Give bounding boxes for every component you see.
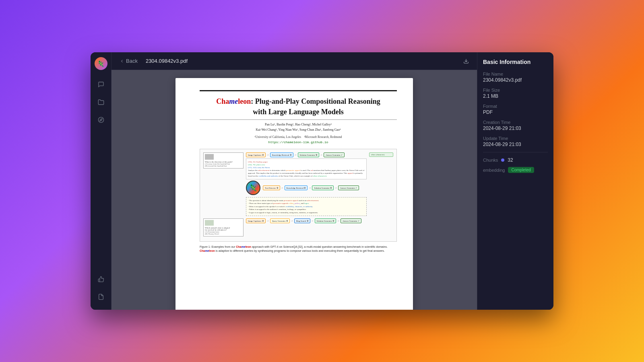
figure-row-1: What is the direction of this push?(A) a…: [203, 152, 393, 217]
pipeline-box-ans-gen-1: Answer Generator ✓: [324, 152, 345, 157]
pipeline-row-1: Image Captioner ⚙ → Knowledge Retrieval …: [246, 152, 367, 157]
info-row-filename: File Name 2304.09842v3.pdf: [483, 72, 548, 83]
pipeline-box-know-ret-2: Knowledge Retrieval ⚙: [285, 185, 308, 190]
info-row-filesize: File Size 2.1 MB: [483, 88, 548, 99]
pdf-affiliations: ¹University of California, Los Angeles ²…: [200, 135, 397, 139]
pdf-page: 2304.09842v3 [cs.CL] 31 Oct 2023 Chamele…: [175, 78, 413, 310]
title-rest: : Plug-and-Play Compositional Reasoning: [251, 97, 380, 105]
format-label: Format: [483, 104, 548, 109]
chunks-label: Chunks: [483, 158, 498, 162]
topbar-actions: [460, 55, 472, 67]
chunks-value: 32: [508, 157, 513, 163]
creation-time-label: Creation Time: [483, 120, 548, 125]
pipeline-box-img-cap-3: Image Captioner ⚙: [246, 218, 266, 223]
pdf-authors: Pan Lu¹, Baolin Peng², Hao Cheng², Miche…: [200, 122, 397, 133]
pipeline-box-sol-gen-2: Solution Generator ⚙: [312, 185, 333, 190]
info-panel-title: Basic Information: [483, 59, 548, 65]
pipeline-box-ans-gen-3: Answer Generator ✓: [341, 218, 361, 223]
title-leon: leon: [238, 97, 251, 105]
pdf-url: https://chameleon-llm.github.io: [200, 140, 397, 144]
pdf-divider: [200, 119, 397, 120]
pipeline-box-sol-gen-1: Solution Generator ⚙: [298, 152, 319, 157]
topbar: Back 2304.09842v3.pdf: [111, 52, 477, 70]
update-time-label: Update Time: [483, 136, 548, 141]
completed-badge: Completed: [508, 167, 534, 173]
format-value: PDF: [483, 109, 548, 115]
sidebar-item-compass[interactable]: [94, 113, 108, 127]
chunks-indicator: [501, 158, 504, 162]
pdf-viewer: 2304.09842v3 [cs.CL] 31 Oct 2023 Chamele…: [111, 70, 477, 310]
figure-middle-row: 🦎 Text Detector ⚙ → Knowledge Retrieval …: [246, 181, 367, 195]
pipeline-row-3: Image Captioner ⚙ → Query Generator ⚙ → …: [246, 218, 393, 223]
figure-left-panel-2: Which animal's skin is adaptedfor surviv…: [203, 218, 244, 237]
download-button[interactable]: [460, 55, 472, 67]
sidebar-item-thumbsup[interactable]: [94, 272, 108, 286]
embedding-row: embedding Completed: [483, 167, 548, 173]
main-content: Back 2304.09842v3.pdf 2304.09842v3 [cs.C…: [111, 52, 477, 310]
pipeline-box-bing: Bing Search ⚙: [294, 218, 310, 223]
file-size-label: File Size: [483, 88, 548, 93]
pipeline-box-know-ret-1: Knowledge Retrieval ⚙: [270, 152, 293, 157]
answer-badge-1: ethos (character): [369, 152, 393, 157]
svg-marker-1: [100, 119, 102, 121]
figure-left-panel: What is the direction of this push?(A) a…: [203, 152, 244, 217]
detail-text-box: - The question is about identifying the …: [246, 197, 367, 216]
pipeline-row-2: Text Detector ⚙ → Knowledge Retrieval ⚙ …: [263, 185, 367, 190]
file-name-value: 2304.09842v3.pdf: [483, 77, 548, 83]
chunks-row: Chunks 32: [483, 157, 548, 163]
filename-label: 2304.09842v3.pdf: [146, 58, 188, 64]
update-time-value: 2024-08-29 21:03: [483, 142, 548, 147]
arrow-2: →: [294, 153, 297, 156]
file-name-label: File Name: [483, 72, 548, 76]
figure-caption: Figure 1: Examples from our Chameleon ap…: [200, 245, 397, 253]
info-row-format: Format PDF: [483, 104, 548, 115]
figure-row-2-content: Image Captioner ⚙ → Query Generator ⚙ → …: [246, 218, 393, 237]
info-divider: [483, 152, 548, 152]
figure-item-1: What is the direction of this push?(A) a…: [203, 152, 244, 169]
avatar[interactable]: 🦎: [95, 57, 107, 70]
sidebar-item-files[interactable]: [94, 95, 108, 109]
sidebar-bottom: [94, 271, 108, 305]
title-cha: Cha: [216, 97, 229, 105]
creation-time-value: 2024-08-29 21:03: [483, 125, 548, 131]
arrow-3: →: [320, 153, 323, 156]
embedding-label: embedding: [483, 168, 505, 173]
caption-chameleon-1: Chameleon: [236, 245, 251, 248]
caption-chameleon-2: Chameleon: [200, 249, 215, 252]
pipeline-box-txt-det: Text Detector ⚙: [263, 185, 280, 190]
back-label: Back: [126, 58, 138, 64]
pipeline-box-img-cap: Image Captioner ⚙: [246, 152, 266, 157]
sidebar-item-chat[interactable]: [94, 77, 108, 92]
app-window: 🦎 Back 2304.09842v3.pdf: [91, 52, 553, 310]
pipeline-box-ans-gen-2: Answer Generator ✓: [338, 185, 359, 190]
title-me: me: [229, 97, 238, 105]
detail-box-1: [194, 21]: Earthuy paper [244, 70]: plat…: [246, 158, 367, 179]
figure-1: What is the direction of this push?(A) a…: [200, 149, 397, 242]
pipeline-col-2: Text Detector ⚙ → Knowledge Retrieval ⚙ …: [263, 185, 367, 190]
info-row-creation: Creation Time 2024-08-29 21:03: [483, 120, 548, 131]
pdf-title: Chameleon: Plug-and-Play Compositional R…: [200, 97, 397, 106]
sidebar: 🦎: [91, 52, 111, 310]
pipeline-box-sol-gen-3: Solution Generator ⚙: [315, 218, 336, 223]
info-panel: Basic Information File Name 2304.09842v3…: [477, 52, 553, 310]
arrow-1: →: [266, 153, 269, 156]
figure-pipelines: Image Captioner ⚙ → Knowledge Retrieval …: [246, 152, 367, 217]
pdf-subtitle: with Large Language Models: [200, 108, 397, 116]
sidebar-item-document[interactable]: [94, 290, 108, 304]
chameleon-logo: 🦎: [246, 181, 260, 195]
figure-item-2: Which animal's skin is adaptedfor surviv…: [203, 218, 244, 237]
back-button[interactable]: Back: [116, 56, 141, 66]
file-size-value: 2.1 MB: [483, 93, 548, 99]
figure-right-answers: ethos (character): [369, 152, 393, 217]
svg-point-0: [98, 117, 103, 122]
pipeline-box-query-gen: Query Generator ⚙: [270, 218, 290, 223]
info-row-update: Update Time 2024-08-29 21:03: [483, 136, 548, 147]
pdf-top-rule: [200, 90, 397, 91]
figure-row-2: Which animal's skin is adaptedfor surviv…: [203, 218, 393, 237]
